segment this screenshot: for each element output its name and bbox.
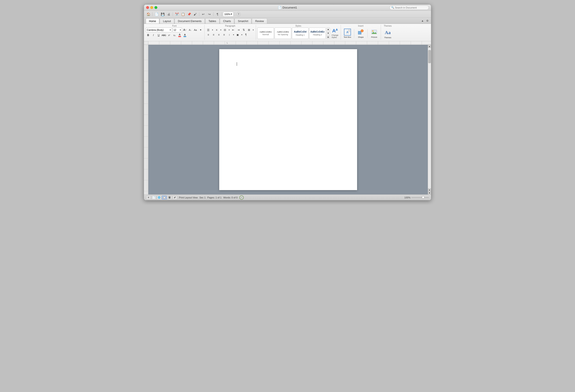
cut-btn[interactable]: ✂️ — [174, 12, 179, 17]
text-highlight-btn[interactable]: A — [183, 33, 187, 38]
svg-point-3 — [372, 30, 374, 32]
underline-btn[interactable]: U — [156, 33, 161, 38]
font-color-icon: A — [178, 33, 181, 37]
shape-btn[interactable]: Shape — [356, 27, 366, 39]
picture-btn[interactable]: Picture — [369, 27, 379, 39]
new-btn[interactable]: 📄 — [154, 12, 159, 17]
paragraph-mark-btn[interactable]: ¶ — [243, 32, 248, 37]
separator-4 — [213, 12, 214, 16]
decrease-indent-btn[interactable]: ⇤ — [231, 27, 236, 32]
undo-btn[interactable]: ↩ — [201, 12, 206, 17]
styles-scroll-up[interactable]: ▲ — [326, 27, 330, 31]
tab-document-elements[interactable]: Document Elements — [175, 18, 205, 23]
clear-format-btn[interactable]: ✦ — [198, 27, 203, 32]
font-color-btn[interactable]: A — [177, 33, 182, 38]
paste-btn[interactable]: 📌 — [186, 12, 192, 17]
subscript-btn[interactable]: x₂ — [172, 33, 177, 38]
sort-btn[interactable]: ⇅ — [241, 27, 246, 32]
themes-btn[interactable]: Aa Themes — [382, 27, 393, 40]
vertical-scrollbar: ▲ ● ▼ — [428, 45, 431, 195]
document-page[interactable] — [219, 49, 357, 190]
publishing-view-btn[interactable]: 🗞 — [172, 196, 177, 199]
draft-view-btn[interactable]: 📄 — [151, 196, 156, 199]
notebook-view-btn[interactable]: 📓 — [167, 196, 172, 199]
web-view-btn[interactable]: 🌐 — [157, 196, 162, 199]
scroll-down-btn[interactable]: ▼ — [428, 191, 431, 195]
status-bar: ≡ 📄 🌐 📋 📓 🗞 Print Layout View Sec 1 Page… — [144, 195, 431, 200]
justify-btn[interactable]: ≡ — [222, 32, 226, 37]
bullets-dropdown[interactable]: ▾ — [211, 27, 214, 32]
align-right-btn[interactable]: ≡ — [216, 32, 221, 37]
save-btn[interactable]: 💾 — [160, 12, 165, 17]
borders-btn[interactable]: ⊞ — [247, 27, 251, 32]
increase-indent-btn[interactable]: ⇥ — [236, 27, 241, 32]
outline-view-btn[interactable]: ≡ — [146, 196, 151, 199]
multilevel-btn[interactable]: ⊟ — [222, 27, 227, 32]
font-family-dropdown[interactable]: Cambria (Body) ▾ — [146, 27, 172, 32]
bullets-btn[interactable]: ☰ — [206, 27, 211, 32]
superscript-btn[interactable]: x² — [167, 33, 171, 38]
close-button[interactable] — [146, 6, 149, 9]
scroll-up-btn[interactable]: ▲ — [428, 45, 431, 48]
line-spacing-dropdown[interactable]: ▾ — [232, 32, 235, 37]
spell-check-icon[interactable]: ✓ — [239, 195, 244, 200]
numbered-dropdown[interactable]: ▾ — [219, 27, 222, 32]
tab-home[interactable]: Home — [146, 18, 159, 23]
tab-tables[interactable]: Tables — [205, 18, 219, 23]
align-center-btn[interactable]: ≡ — [211, 32, 216, 37]
insert-sep-1 — [354, 29, 354, 38]
shape-label: Shape — [358, 36, 364, 38]
font-case-btn[interactable]: Aa — [193, 27, 198, 32]
collapse-ribbon-btn[interactable]: ▲ — [421, 19, 425, 23]
numbered-list-btn[interactable]: ≡ — [214, 27, 219, 32]
tab-charts[interactable]: Charts — [220, 18, 234, 23]
line-spacing-btn[interactable]: ↕ — [227, 32, 232, 37]
styles-scroll-down[interactable]: ▼ — [326, 31, 330, 35]
font-shrink-btn[interactable]: A↓ — [188, 27, 192, 32]
copy-btn[interactable]: 📋 — [180, 12, 186, 17]
zoom-slider-thumb[interactable] — [422, 196, 425, 199]
font-grow-btn[interactable]: A↑ — [183, 27, 187, 32]
separator-6 — [235, 12, 235, 16]
tab-marker[interactable]: └ — [226, 42, 228, 44]
zoom-display[interactable]: 100% ▾ — [223, 12, 234, 17]
italic-btn[interactable]: I — [151, 33, 156, 38]
ribbon-options-btn[interactable]: ⚙ — [425, 19, 429, 23]
tab-smartart[interactable]: SmartArt — [235, 18, 251, 23]
scroll-mid-btn[interactable]: ● — [428, 188, 431, 191]
print-layout-btn[interactable]: 📋 — [162, 196, 167, 199]
styles-expand[interactable]: ⊞ — [326, 35, 330, 39]
style-no-spacing[interactable]: AaBbCcDdEe No Spacing — [275, 27, 291, 39]
text-box-btn[interactable]: A ≡ Text Box — [342, 27, 353, 39]
borders-dropdown[interactable]: ▾ — [252, 27, 254, 32]
bold-btn[interactable]: B — [146, 33, 150, 38]
strikethrough-btn[interactable]: ABC — [162, 33, 166, 38]
home-icon-btn[interactable]: 🏠 — [146, 12, 151, 17]
shading-btn[interactable]: ▣ — [235, 32, 240, 37]
align-left-btn[interactable]: ≡ — [206, 32, 211, 37]
zoom-slider-track[interactable] — [411, 197, 429, 198]
style-normal[interactable]: AaBbCcDdEe Normal — [257, 27, 274, 39]
search-input[interactable] — [389, 5, 429, 10]
help-btn[interactable]: ? — [236, 12, 241, 16]
maximize-button[interactable] — [154, 6, 157, 9]
style-heading1[interactable]: AaBbCcDd Heading 1 — [292, 27, 309, 39]
scroll-track[interactable] — [428, 48, 431, 188]
shading-dropdown[interactable]: ▾ — [240, 32, 243, 37]
print-btn[interactable]: 🖨 — [166, 12, 171, 17]
style-heading2[interactable]: AaBbCcDdEe Heading 2 — [309, 27, 326, 39]
tab-review[interactable]: Review — [252, 18, 267, 23]
tab-layout[interactable]: Layout — [160, 18, 174, 23]
font-size-dropdown[interactable]: 12 ▾ — [172, 27, 182, 32]
show-marks-btn[interactable]: ¶ — [215, 12, 220, 17]
search-area: 🔍 — [389, 5, 429, 10]
quick-access-toolbar: 🏠 📄 💾 🖨 ✂️ 📋 📌 🖌 ↩ ↪ ¶ 100% ▾ ? — [144, 11, 431, 18]
format-painter-btn[interactable]: 🖌 — [192, 12, 198, 17]
scroll-thumb[interactable] — [428, 50, 431, 63]
change-styles-btn[interactable]: Aᴬ ChangeStyles — [331, 28, 339, 39]
redo-btn[interactable]: ↪ — [207, 12, 212, 17]
document-scroll-area[interactable] — [148, 45, 428, 195]
multilevel-dropdown[interactable]: ▾ — [228, 27, 230, 32]
styles-group: Styles AaBbCcDdEe Normal AaBbCcDdEe No S… — [256, 25, 341, 40]
minimize-button[interactable] — [150, 6, 153, 9]
